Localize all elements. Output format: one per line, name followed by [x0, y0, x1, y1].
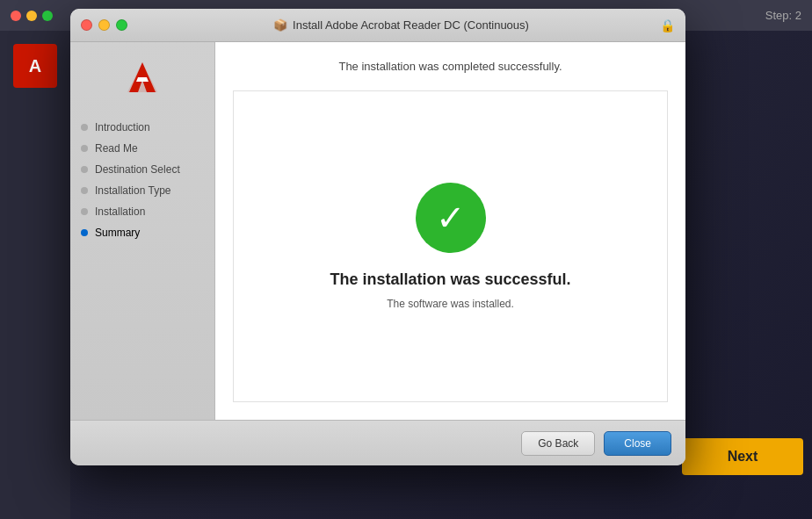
nav-label-readme: Read Me	[95, 142, 138, 155]
checkmark-icon: ✓	[436, 200, 466, 235]
nav-dot-installation	[81, 208, 88, 215]
next-button[interactable]: Next	[682, 438, 803, 475]
success-circle: ✓	[416, 183, 486, 253]
nav-label-installation-type: Installation Type	[95, 184, 171, 197]
adobe-logo-svg	[120, 55, 164, 99]
bg-sidebar: A	[0, 31, 70, 519]
nav-dot-destination	[81, 166, 88, 173]
close-button-dot[interactable]	[81, 19, 92, 31]
installer-sidebar: Introduction Read Me Destination Select …	[70, 42, 215, 420]
nav-item-introduction: Introduction	[70, 117, 214, 138]
nav-dot-readme	[81, 145, 88, 152]
go-back-button[interactable]: Go Back	[521, 431, 595, 456]
nav-label-summary: Summary	[95, 227, 140, 239]
nav-label-installation: Installation	[95, 205, 145, 218]
bg-maximize-dot	[42, 11, 53, 21]
nav-label-introduction: Introduction	[95, 121, 150, 133]
pkg-icon: 📦	[273, 18, 287, 32]
installer-body: Introduction Read Me Destination Select …	[70, 42, 685, 420]
bg-close-dot	[11, 11, 21, 21]
installer-window: 📦 Install Adobe Acrobat Reader DC (Conti…	[70, 9, 685, 465]
nav-item-summary: Summary	[70, 222, 214, 243]
minimize-button-dot[interactable]	[98, 19, 110, 31]
window-controls	[81, 19, 127, 31]
nav-label-destination: Destination Select	[95, 163, 180, 176]
nav-dot-summary	[81, 229, 88, 236]
nav-dot-introduction	[81, 124, 88, 131]
lock-icon: 🔒	[660, 18, 675, 32]
nav-item-readme: Read Me	[70, 138, 214, 159]
bg-window-controls	[11, 11, 53, 21]
nav-dot-installation-type	[81, 187, 88, 194]
installer-titlebar: 📦 Install Adobe Acrobat Reader DC (Conti…	[70, 9, 685, 42]
installer-main-content: The installation was completed successfu…	[215, 42, 685, 420]
maximize-button-dot[interactable]	[116, 19, 127, 31]
nav-item-installation-type: Installation Type	[70, 180, 214, 201]
nav-item-installation: Installation	[70, 201, 214, 222]
completion-message: The installation was completed successfu…	[338, 60, 562, 73]
installer-title-text: Install Adobe Acrobat Reader DC (Continu…	[293, 18, 529, 32]
adobe-logo-bg: A	[13, 44, 57, 88]
sidebar-nav: Introduction Read Me Destination Select …	[70, 117, 214, 243]
adobe-logo-installer	[116, 51, 169, 104]
installer-title: 📦 Install Adobe Acrobat Reader DC (Conti…	[127, 18, 675, 32]
nav-item-destination: Destination Select	[70, 159, 214, 180]
close-installer-button[interactable]: Close	[604, 431, 671, 456]
installer-footer: Go Back Close	[70, 420, 685, 465]
bg-step-label: Step: 2	[765, 9, 801, 22]
success-title: The installation was successful.	[330, 270, 570, 289]
bg-minimize-dot	[26, 11, 37, 21]
success-subtitle: The software was installed.	[387, 298, 514, 310]
success-content-area: ✓ The installation was successful. The s…	[233, 90, 668, 402]
